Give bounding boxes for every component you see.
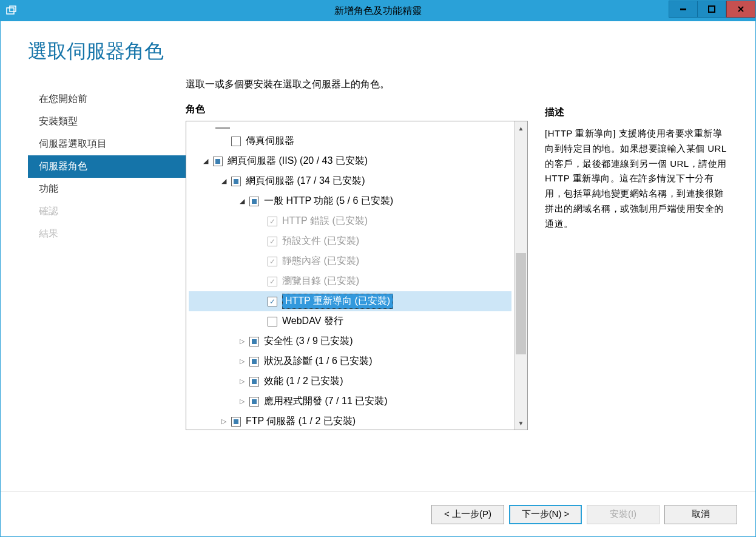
page-title: 選取伺服器角色 [28, 38, 728, 65]
tree-row[interactable]: ▷應用程式開發 (7 / 11 已安裝) [189, 391, 511, 411]
install-button: 安裝(I) [587, 505, 660, 524]
tree-label[interactable]: 狀況及診斷 (1 / 6 已安裝) [264, 355, 373, 368]
cancel-button[interactable]: 取消 [664, 505, 737, 524]
tree-row[interactable]: ▷狀況及診斷 (1 / 6 已安裝) [189, 351, 511, 371]
chevron-down-icon[interactable]: ◢ [237, 197, 247, 205]
wizard-window: 新增角色及功能精靈 選取伺服器角色 在您開始前安裝類型伺服器選取項目伺服器角色功… [0, 0, 756, 537]
tree-label[interactable]: 網頁伺服器 (IIS) (20 / 43 已安裝) [228, 155, 368, 167]
sidebar-step-1[interactable]: 安裝類型 [28, 110, 186, 133]
tree-checkbox[interactable] [249, 197, 259, 206]
tree-label[interactable]: 效能 (1 / 2 已安裝) [264, 375, 343, 388]
tree-row[interactable]: ◢網頁伺服器 (IIS) (20 / 43 已安裝) [189, 151, 511, 171]
app-icon [5, 5, 18, 17]
next-button[interactable]: 下一步(N) > [509, 505, 582, 524]
tree-row[interactable]: ◢網頁伺服器 (17 / 34 已安裝) [189, 171, 511, 191]
tree-row[interactable]: ◢一般 HTTP 功能 (5 / 6 已安裝) [189, 191, 511, 211]
tree-label[interactable]: 預設文件 (已安裝) [282, 235, 359, 248]
chevron-right-icon[interactable]: ▷ [237, 397, 247, 405]
sidebar-step-5: 確認 [28, 200, 186, 223]
tree-label[interactable]: 靜態內容 (已安裝) [282, 255, 359, 268]
tree-checkbox: ✓ [268, 217, 277, 226]
scroll-up-icon[interactable]: ▲ [515, 121, 527, 135]
tree-row[interactable]: ▷效能 (1 / 2 已安裝) [189, 371, 511, 391]
tree-label[interactable]: 一般 HTTP 功能 (5 / 6 已安裝) [264, 195, 393, 208]
sidebar-step-6: 結果 [28, 223, 186, 245]
tree-label[interactable]: HTTP 重新導向 (已安裝) [282, 294, 393, 309]
wizard-steps-sidebar: 在您開始前安裝類型伺服器選取項目伺服器角色功能確認結果 [28, 77, 186, 491]
close-button[interactable] [726, 1, 755, 18]
tree-checkbox[interactable] [249, 377, 259, 387]
sidebar-step-2[interactable]: 伺服器選取項目 [28, 133, 186, 155]
maximize-button[interactable] [697, 1, 726, 18]
sidebar-step-4[interactable]: 功能 [28, 178, 186, 200]
tree-row[interactable]: 傳真伺服器 [189, 131, 511, 151]
tree-label[interactable]: HTTP 錯誤 (已安裝) [282, 215, 368, 228]
titlebar: 新增角色及功能精靈 [1, 1, 755, 21]
tree-checkbox[interactable] [268, 317, 277, 326]
tree-label[interactable]: 安全性 (3 / 9 已安裝) [264, 335, 353, 348]
sidebar-step-3[interactable]: 伺服器角色 [28, 155, 186, 178]
window-title: 新增角色及功能精靈 [334, 5, 422, 18]
tree-row[interactable]: ✓預設文件 (已安裝) [189, 231, 511, 251]
tree-label[interactable]: 瀏覽目錄 (已安裝) [282, 275, 359, 288]
chevron-right-icon[interactable]: ▷ [237, 357, 247, 365]
tree-row[interactable]: ▷FTP 伺服器 (1 / 2 已安裝) [189, 411, 511, 430]
tree-checkbox: ✓ [268, 277, 277, 286]
roles-heading: 角色 [186, 103, 528, 116]
roles-tree: 傳真伺服器◢網頁伺服器 (IIS) (20 / 43 已安裝)◢網頁伺服器 (1… [186, 121, 528, 430]
chevron-right-icon[interactable]: ▷ [237, 337, 247, 345]
tree-row[interactable]: ✓瀏覽目錄 (已安裝) [189, 271, 511, 291]
chevron-down-icon[interactable]: ◢ [219, 177, 229, 185]
chevron-right-icon[interactable]: ▷ [237, 377, 247, 385]
previous-button[interactable]: < 上一步(P) [431, 505, 504, 524]
tree-label[interactable]: FTP 伺服器 (1 / 2 已安裝) [246, 415, 356, 428]
sidebar-step-0[interactable]: 在您開始前 [28, 88, 186, 110]
svg-rect-2 [680, 8, 686, 10]
minimize-button[interactable] [669, 1, 698, 18]
chevron-down-icon[interactable]: ◢ [201, 157, 211, 165]
description-heading: 描述 [545, 106, 728, 119]
svg-rect-0 [7, 8, 14, 14]
tree-row[interactable]: ✓HTTP 錯誤 (已安裝) [189, 211, 511, 231]
svg-rect-3 [709, 6, 715, 12]
tree-checkbox[interactable] [231, 177, 241, 186]
tree-label[interactable]: 應用程式開發 (7 / 11 已安裝) [264, 395, 388, 408]
tree-checkbox[interactable] [249, 357, 259, 366]
tree-checkbox: ✓ [268, 237, 277, 246]
tree-checkbox[interactable] [231, 137, 241, 146]
tree-checkbox[interactable] [231, 417, 241, 427]
chevron-right-icon[interactable]: ▷ [219, 417, 229, 425]
tree-checkbox[interactable] [249, 397, 259, 407]
svg-rect-1 [10, 6, 16, 12]
description-text: [HTTP 重新導向] 支援將使用者要求重新導向到特定目的地。如果想要讓輸入某個… [545, 126, 728, 231]
tree-checkbox[interactable]: ✓ [268, 297, 277, 306]
scroll-thumb[interactable] [516, 253, 526, 354]
tree-scrollbar[interactable]: ▲ ▼ [514, 121, 527, 430]
scroll-down-icon[interactable]: ▼ [515, 416, 527, 430]
instruction-text: 選取一或多個要安裝在選取之伺服器上的角色。 [186, 78, 528, 91]
wizard-footer: < 上一步(P) 下一步(N) > 安裝(I) 取消 [1, 491, 755, 536]
tree-checkbox: ✓ [268, 257, 277, 266]
tree-label[interactable]: WebDAV 發行 [282, 315, 343, 328]
tree-row[interactable]: ✓HTTP 重新導向 (已安裝) [189, 291, 511, 311]
tree-label[interactable]: 網頁伺服器 (17 / 34 已安裝) [246, 175, 365, 187]
tree-checkbox[interactable] [249, 337, 259, 346]
tree-checkbox[interactable] [213, 157, 223, 166]
scroll-track[interactable] [515, 135, 527, 416]
tree-row[interactable]: ✓靜態內容 (已安裝) [189, 251, 511, 271]
tree-label[interactable]: 傳真伺服器 [246, 135, 294, 147]
tree-row[interactable]: WebDAV 發行 [189, 311, 511, 331]
tree-row[interactable]: ▷安全性 (3 / 9 已安裝) [189, 331, 511, 351]
